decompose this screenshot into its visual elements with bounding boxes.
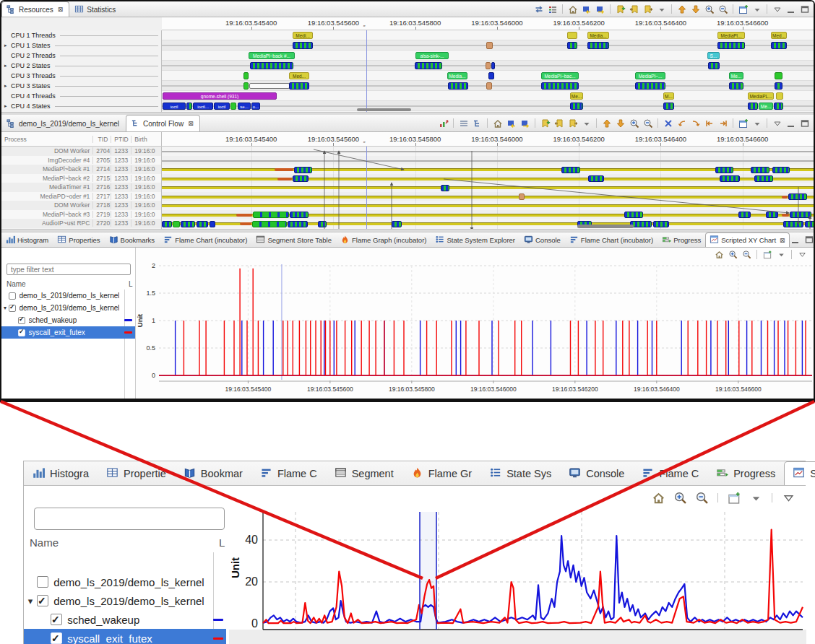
max-icon[interactable] xyxy=(798,4,811,15)
max-icon[interactable] xyxy=(803,234,815,245)
trace-state-block[interactable] xyxy=(775,72,782,79)
horizontal-scrollbar[interactable] xyxy=(357,108,411,111)
tree-item-demo-ls-2019-demo-ls-kernel[interactable]: demo_ls_2019/demo_ls_kernel xyxy=(1,290,135,302)
filter-input[interactable] xyxy=(7,264,131,275)
home-icon[interactable] xyxy=(650,490,666,505)
newview-icon[interactable] xyxy=(737,118,749,129)
checkbox-unchecked[interactable] xyxy=(9,292,16,300)
menu-icon[interactable] xyxy=(780,490,796,505)
tree-item-demo-ls-2019-demo-ls-kernel[interactable]: ▾demo_ls_2019/demo_ls_kernel xyxy=(24,591,226,610)
jmpend-icon[interactable] xyxy=(717,118,729,129)
magnified-chart-area[interactable]: 40200Unit xyxy=(229,486,805,644)
trace-state-block[interactable] xyxy=(738,212,751,218)
trace-state-block[interactable] xyxy=(635,82,665,90)
trace-state-block[interactable]: S... xyxy=(707,52,720,59)
tab-control-flow[interactable]: Control Flow⊠ xyxy=(126,115,200,131)
trace-state-block[interactable]: Media... xyxy=(587,32,609,39)
trace-state-block[interactable] xyxy=(783,221,803,227)
trace-state-block[interactable] xyxy=(162,221,172,227)
trace-state-block[interactable] xyxy=(441,185,449,191)
drop-icon[interactable] xyxy=(580,118,592,129)
zout-icon[interactable] xyxy=(741,249,752,260)
trace-state-block[interactable]: gnome-shell (931) xyxy=(163,92,277,100)
trace-state-block[interactable] xyxy=(173,221,180,227)
down-icon[interactable] xyxy=(689,4,702,15)
tree-item-demo-ls-2019-demo-ls-kernel[interactable]: ▾demo_ls_2019/demo_ls_kernel xyxy=(1,302,135,314)
column-header-tid[interactable]: TID xyxy=(93,136,111,143)
bmprev-icon[interactable] xyxy=(628,4,640,15)
trace-state-block[interactable] xyxy=(243,72,249,79)
flagR-icon[interactable] xyxy=(519,118,531,129)
trace-state-block[interactable] xyxy=(486,42,493,49)
resources-tree-item[interactable]: CPU 3 Threads xyxy=(1,71,161,81)
trace-state-block[interactable] xyxy=(275,168,293,171)
trace-state-block[interactable]: Me... xyxy=(570,92,583,100)
flagL-icon[interactable] xyxy=(580,4,592,15)
checkbox-unchecked[interactable] xyxy=(37,576,48,588)
tab-state-system-explorer[interactable]: State System Explorer xyxy=(431,232,519,247)
drop-icon[interactable] xyxy=(748,490,764,505)
timeline-row[interactable]: MediaPl~back #...alsa-sink-...S... xyxy=(162,51,814,61)
menu-icon[interactable] xyxy=(796,249,808,260)
tab-console[interactable]: Console xyxy=(519,232,565,247)
zin-icon[interactable] xyxy=(703,4,715,15)
process-row[interactable]: DOM Worker2718123319:16:0 xyxy=(1,201,161,210)
tree-item-syscall-exit-futex[interactable]: syscall_exit_futex xyxy=(1,326,135,339)
magnified-tab-segment[interactable]: Segment xyxy=(326,461,402,485)
trace-state-block[interactable] xyxy=(250,62,293,69)
trace-state-block[interactable]: ioctl xyxy=(214,103,230,110)
checkbox-checked[interactable] xyxy=(9,305,16,312)
bmprev-icon[interactable] xyxy=(553,118,565,129)
magnified-tab-scripted[interactable]: Scripted⊠ xyxy=(784,461,815,485)
tab-scripted-xy-chart[interactable]: Scripted XY Chart⊠ xyxy=(705,232,789,247)
column-header-birth[interactable]: Birth xyxy=(131,136,161,143)
resources-tree-item[interactable]: ▸CPU 1 States xyxy=(1,40,161,51)
trace-state-block[interactable] xyxy=(486,82,492,90)
checkbox-checked[interactable] xyxy=(18,329,25,336)
trace-state-block[interactable] xyxy=(570,103,583,110)
tab-properties[interactable]: Properties xyxy=(53,232,104,247)
trace-state-block[interactable]: MediaPl... xyxy=(717,32,745,39)
controlflow-timeline[interactable] xyxy=(162,147,814,229)
trace-state-block[interactable]: o... xyxy=(251,103,260,110)
trace-state-block[interactable] xyxy=(293,42,313,49)
tab-bookmarks[interactable]: Bookmarks xyxy=(105,232,160,247)
zin-icon[interactable] xyxy=(672,490,688,505)
trace-state-block[interactable]: MediaPl~... xyxy=(635,72,665,79)
trace-state-block[interactable] xyxy=(186,103,192,110)
trace-state-block[interactable] xyxy=(587,42,609,49)
magnified-tab-state-sys[interactable]: State Sys xyxy=(480,461,560,485)
trace-state-block[interactable]: Med... xyxy=(289,72,309,79)
magnified-tab-flame-c[interactable]: Flame C xyxy=(251,461,326,485)
checkbox-checked[interactable] xyxy=(18,317,25,324)
trace-state-block[interactable] xyxy=(729,82,743,90)
filter-input-magnified[interactable] xyxy=(34,508,225,530)
timeline-row[interactable] xyxy=(162,40,814,51)
timeline-row[interactable] xyxy=(162,81,814,91)
tree-item-sched-wakeup[interactable]: sched_wakeup xyxy=(24,610,226,629)
checkbox-checked[interactable] xyxy=(37,595,48,606)
expand-arrow-icon[interactable]: ▾ xyxy=(1,305,9,311)
timeline-row[interactable] xyxy=(162,192,814,201)
process-row[interactable]: AudioIP~ust RPC2720123319:16:0 xyxy=(1,219,161,228)
timeline-row[interactable] xyxy=(162,165,814,174)
trace-state-block[interactable] xyxy=(748,103,758,110)
tree-item-syscall-exit-futex[interactable]: syscall_exit_futex xyxy=(24,629,226,644)
trace-state-block[interactable]: Me... xyxy=(759,103,773,110)
magnified-tab-flame-gr[interactable]: Flame Gr xyxy=(402,461,480,485)
flagL-icon[interactable] xyxy=(505,118,517,129)
zin-icon[interactable] xyxy=(727,249,738,260)
trace-state-block[interactable] xyxy=(751,167,769,173)
timeline-row[interactable] xyxy=(162,156,814,165)
close-icon[interactable]: ⊠ xyxy=(188,120,194,127)
resources-tree-item[interactable]: CPU 2 Threads xyxy=(1,51,161,61)
trace-state-block[interactable] xyxy=(774,103,783,110)
home-icon[interactable] xyxy=(566,4,579,15)
tab-histogram[interactable]: Histogram xyxy=(1,232,53,247)
timeline-row[interactable] xyxy=(162,174,814,183)
trace-state-block[interactable] xyxy=(541,82,579,90)
trace-state-block[interactable] xyxy=(294,167,312,173)
magnified-tab-progress[interactable]: Progress xyxy=(707,461,784,485)
process-row[interactable]: MediaPD~oder #12717123319:16:0 xyxy=(1,192,161,201)
trace-state-block[interactable] xyxy=(448,82,468,90)
